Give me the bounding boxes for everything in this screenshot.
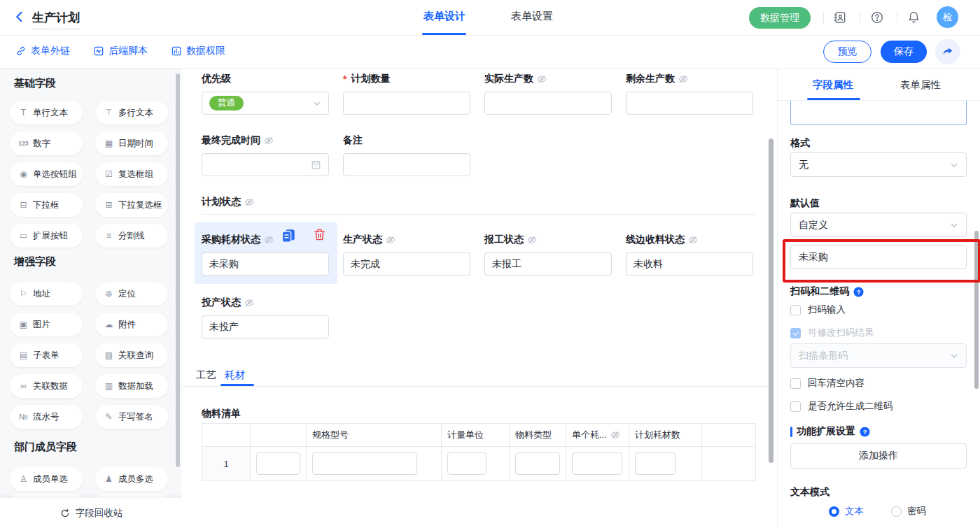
linked-data-icon: ∞ xyxy=(18,381,29,391)
scan-type-select-disabled[interactable]: 扫描条形码 xyxy=(790,343,967,368)
field-pill-dropdown[interactable]: ⊟下拉框 xyxy=(10,193,83,217)
field-pill-checkbox-group[interactable]: ☑复选框组 xyxy=(95,162,168,186)
table-header-cell: 计划耗材数 xyxy=(629,424,702,447)
field-report-status[interactable]: 报工状态 未报工 xyxy=(484,234,612,276)
field-recycle-bin[interactable]: 字段回收站 xyxy=(0,498,182,528)
tab-form-design[interactable]: 表单设计 xyxy=(424,10,465,23)
field-pill-subform[interactable]: ▤子表单 xyxy=(10,343,83,367)
form-title[interactable]: 生产计划 xyxy=(32,10,80,29)
field-launch-status[interactable]: 投产状态 未投产 xyxy=(202,297,329,338)
field-pill-multi-line-text[interactable]: ⊤多行文本 xyxy=(95,101,168,124)
panel-scrollbar[interactable] xyxy=(974,231,979,389)
field-pill-extend-button[interactable]: ▭扩展按钮 xyxy=(10,224,83,248)
launch-status-input[interactable]: 未投产 xyxy=(202,315,329,338)
radio-selected-icon xyxy=(829,506,839,517)
data-permission-link[interactable]: 数据权限 xyxy=(171,45,225,57)
remaining-output-input[interactable] xyxy=(626,92,753,115)
subform-input-plan-consume[interactable] xyxy=(635,452,676,475)
subform-input[interactable] xyxy=(256,452,300,475)
field-pill-image[interactable]: ▣图片 xyxy=(10,313,83,336)
bell-icon[interactable] xyxy=(907,10,920,24)
save-button[interactable]: 保存 xyxy=(881,41,927,63)
svg-text:?: ? xyxy=(857,288,861,295)
field-pill-dropdown-multi[interactable]: ⊞下拉复选框 xyxy=(95,193,168,217)
tab-process[interactable]: 工艺 xyxy=(196,369,216,382)
field-remaining-output[interactable]: 剩余生产数 xyxy=(626,73,753,115)
checkbox-allow-qrcode[interactable]: 是否允许生成二维码 xyxy=(790,400,893,413)
form-canvas: 优先级 普通 *计划数量 实际生产数 剩余生产数 最终完成时间 7 备注 xyxy=(182,68,777,528)
add-operation-button[interactable]: 添加操作 xyxy=(790,443,967,469)
field-pill-radio-group[interactable]: ◉单选按钮组 xyxy=(10,162,83,186)
field-pill-address[interactable]: ⚐地址 xyxy=(10,282,83,306)
field-plan-status-divider[interactable]: 计划状态 xyxy=(202,196,755,208)
preview-button[interactable]: 预览 xyxy=(823,41,872,63)
sidebar-scrollbar[interactable] xyxy=(176,73,180,467)
field-actual-output[interactable]: 实际生产数 xyxy=(484,73,612,115)
duplicate-field-icon[interactable] xyxy=(281,228,296,243)
tab-consumables[interactable]: 耗材 xyxy=(225,369,245,382)
field-pill-member-multi[interactable]: ♟成员多选 xyxy=(95,467,168,491)
field-pill-data-load[interactable]: ▥数据加载 xyxy=(95,374,168,398)
linked-query-icon: ▧ xyxy=(103,350,115,360)
delete-field-icon[interactable] xyxy=(313,228,326,243)
actual-output-input[interactable] xyxy=(484,92,612,115)
field-pill-datetime[interactable]: ▦日期时间 xyxy=(95,131,168,155)
chevron-down-icon xyxy=(950,352,958,360)
field-title-input[interactable] xyxy=(790,101,967,125)
field-final-finish-time[interactable]: 最终完成时间 7 xyxy=(202,134,329,176)
field-lineside-status[interactable]: 线边收料状态 未收料 xyxy=(626,234,753,276)
default-value-select[interactable]: 自定义 xyxy=(790,213,967,237)
field-produce-status[interactable]: 生产状态 未完成 xyxy=(343,234,470,276)
help-filled-icon[interactable]: ? xyxy=(853,287,864,297)
format-select[interactable]: 无 xyxy=(790,152,967,177)
radio-text-mode[interactable]: 文本 xyxy=(829,505,864,518)
field-pill-location[interactable]: ⊕定位 xyxy=(95,282,168,306)
radio-password-mode[interactable]: 密码 xyxy=(891,505,926,518)
checkbox-editable-scan-result[interactable]: 可修改扫码结果 xyxy=(790,327,874,339)
field-pill-serial-number[interactable]: №流水号 xyxy=(10,405,83,429)
field-pill-signature[interactable]: ✎手写签名 xyxy=(95,405,168,429)
final-finish-time-input[interactable]: 7 xyxy=(202,153,329,176)
material-list-table[interactable]: 规格型号 计量单位 物料类型 单个耗... 计划耗材数 1 xyxy=(202,423,756,481)
field-pill-member-single[interactable]: ♙成员单选 xyxy=(10,467,83,491)
form-external-link[interactable]: 表单外链 xyxy=(15,45,70,57)
help-icon[interactable] xyxy=(870,10,884,24)
data-manage-button[interactable]: 数据管理 xyxy=(749,7,811,29)
member-single-icon: ♙ xyxy=(18,474,29,484)
produce-status-input[interactable]: 未完成 xyxy=(343,252,470,276)
field-priority[interactable]: 优先级 普通 xyxy=(202,73,329,115)
field-pill-divider[interactable]: ≡分割线 xyxy=(95,224,168,248)
subform-input-spec[interactable] xyxy=(312,452,417,475)
backend-script-link[interactable]: 后端脚本 xyxy=(93,45,148,57)
contacts-icon[interactable] xyxy=(833,10,847,24)
report-status-input[interactable]: 未报工 xyxy=(484,252,612,276)
field-pill-attachment[interactable]: ☁附件 xyxy=(95,313,168,336)
field-pill-linked-query[interactable]: ▧关联查询 xyxy=(95,343,168,367)
radio-icon xyxy=(891,506,902,517)
field-remark[interactable]: 备注 xyxy=(343,134,470,176)
tab-form-settings[interactable]: 表单设置 xyxy=(511,10,553,23)
purchase-status-input[interactable]: 未采购 xyxy=(202,252,329,276)
tab-form-properties[interactable]: 表单属性 xyxy=(900,78,941,92)
field-pill-number[interactable]: 123数字 xyxy=(10,131,83,155)
subform-input-unit[interactable] xyxy=(447,452,486,475)
lineside-status-input[interactable]: 未收料 xyxy=(626,252,753,276)
help-filled-icon[interactable]: ? xyxy=(860,427,870,437)
remark-input[interactable] xyxy=(343,153,470,176)
field-pill-linked-data[interactable]: ∞关联数据 xyxy=(10,374,83,398)
priority-select[interactable]: 普通 xyxy=(202,92,329,115)
share-button[interactable] xyxy=(935,39,960,64)
subform-input-type[interactable] xyxy=(515,452,560,475)
checkbox-enter-clear[interactable]: 回车清空内容 xyxy=(790,377,864,390)
canvas-scrollbar[interactable] xyxy=(769,138,774,463)
tab-field-properties[interactable]: 字段属性 xyxy=(813,78,853,92)
back-icon[interactable] xyxy=(13,10,28,25)
field-plan-quantity[interactable]: *计划数量 xyxy=(343,73,470,115)
plan-quantity-input[interactable] xyxy=(343,92,470,115)
avatar[interactable]: 检 xyxy=(937,6,958,28)
field-pill-single-line-text[interactable]: T单行文本 xyxy=(10,101,83,124)
checkbox-scan-input[interactable]: 扫码输入 xyxy=(790,304,846,316)
subform-input-unit-consume[interactable] xyxy=(572,452,622,475)
eye-off-icon xyxy=(244,298,254,308)
default-custom-value-input[interactable]: 未采购 xyxy=(790,245,967,269)
